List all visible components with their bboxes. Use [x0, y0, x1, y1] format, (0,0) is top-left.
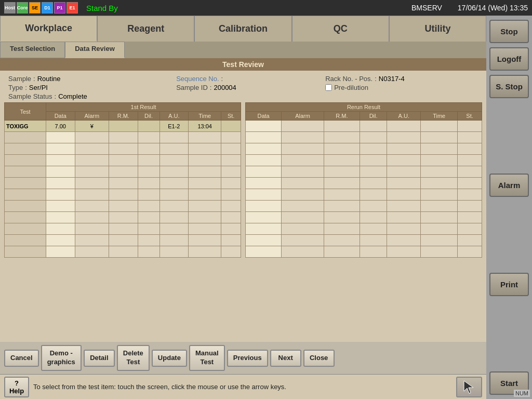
print-button[interactable]: Print: [489, 273, 529, 296]
table-row[interactable]: [5, 189, 241, 201]
table-row[interactable]: [5, 143, 241, 155]
cell-dil: [138, 235, 159, 246]
subtab-data-review[interactable]: Data Review: [65, 42, 125, 58]
cell-rm: [109, 121, 138, 132]
rcell-alarm: [282, 155, 324, 166]
table-row[interactable]: [5, 201, 241, 212]
cell-st: [221, 212, 241, 223]
stop-button[interactable]: Stop: [489, 20, 529, 43]
cell-data: [46, 246, 75, 258]
cell-data: [46, 212, 75, 223]
cancel-button[interactable]: Cancel: [4, 350, 39, 367]
rcell-au: [387, 166, 421, 178]
col-alarm-1: Alarm: [75, 112, 109, 121]
table-row[interactable]: [5, 223, 241, 235]
table-row[interactable]: [5, 166, 241, 178]
cell-alarm: [75, 201, 109, 212]
s-stop-button[interactable]: S. Stop: [489, 75, 529, 98]
rack-value: N0317-4: [379, 75, 405, 83]
cell-data: [46, 235, 75, 246]
help-button[interactable]: ? Help: [4, 377, 29, 397]
rerun-table-row[interactable]: [246, 189, 482, 201]
logoff-button[interactable]: Logoff: [489, 47, 529, 71]
rerun-table-row[interactable]: [246, 166, 482, 178]
rcell-data: [246, 223, 282, 235]
rerun-table-row[interactable]: [246, 121, 482, 132]
cell-dil: [138, 132, 159, 143]
cell-rm: [109, 235, 138, 246]
rcell-au: [387, 132, 421, 143]
rcell-st: [458, 155, 482, 166]
rack-label: Rack No. - Pos.: [325, 75, 373, 83]
predilution-checkbox[interactable]: [325, 84, 332, 91]
tab-utility[interactable]: Utility: [389, 16, 486, 42]
rerun-table-row[interactable]: [246, 246, 482, 258]
rcell-data: [246, 143, 282, 155]
sample-value: Routine: [37, 75, 61, 83]
cell-rm: [109, 143, 138, 155]
demographics-button[interactable]: Demo - graphics: [41, 345, 82, 371]
update-button[interactable]: Update: [152, 350, 187, 367]
cell-st: [221, 201, 241, 212]
rcell-time: [421, 166, 458, 178]
cell-au: [159, 223, 189, 235]
alarm-button[interactable]: Alarm: [489, 174, 529, 197]
cell-dil: [138, 178, 159, 189]
previous-button[interactable]: Previous: [227, 350, 268, 367]
detail-button[interactable]: Detail: [84, 350, 115, 367]
cell-au: E1-2: [159, 121, 189, 132]
first-result-header: 1st Result: [46, 103, 241, 112]
tab-workplace[interactable]: Workplace: [0, 16, 97, 42]
cell-au: [159, 235, 189, 246]
rcell-time: [421, 223, 458, 235]
table-row[interactable]: TOXIGG 7.00 ¥ E1-2 13:04: [5, 121, 241, 132]
rcell-time: [421, 201, 458, 212]
table-row[interactable]: [5, 132, 241, 143]
subtab-test-selection[interactable]: Test Selection: [0, 42, 65, 58]
rcell-st: [458, 223, 482, 235]
rerun-table-row[interactable]: [246, 212, 482, 223]
tab-qc[interactable]: QC: [292, 16, 389, 42]
rcell-alarm: [282, 223, 324, 235]
rcell-time: [421, 143, 458, 155]
col-alarm-r: Alarm: [282, 112, 324, 121]
rcell-rm: [324, 246, 360, 258]
col-au-1: A.U.: [159, 112, 189, 121]
table-row[interactable]: [5, 212, 241, 223]
sampleid-label: Sample ID: [176, 84, 208, 91]
rerun-table-row[interactable]: [246, 178, 482, 189]
rcell-dil: [360, 223, 387, 235]
tab-reagent[interactable]: Reagent: [97, 16, 194, 42]
table-row[interactable]: [5, 178, 241, 189]
rcell-time: [421, 132, 458, 143]
rcell-st: [458, 132, 482, 143]
table-row[interactable]: [5, 155, 241, 166]
cell-rm: [109, 132, 138, 143]
icon-core: Core: [17, 2, 28, 14]
delete-test-button[interactable]: Delete Test: [117, 345, 150, 371]
manual-test-button[interactable]: Manual Test: [189, 345, 225, 371]
main-container: Workplace Reagent Calibration QC Utility…: [0, 16, 532, 399]
rcell-data: [246, 212, 282, 223]
cell-au: [159, 201, 189, 212]
next-button[interactable]: Next: [270, 350, 301, 367]
rcell-au: [387, 212, 421, 223]
rerun-table-row[interactable]: [246, 155, 482, 166]
rcell-alarm: [282, 166, 324, 178]
cell-st: [221, 166, 241, 178]
rerun-table-row[interactable]: [246, 132, 482, 143]
rcell-dil: [360, 121, 387, 132]
rerun-table-row[interactable]: [246, 223, 482, 235]
rcell-data: [246, 121, 282, 132]
rerun-table-row[interactable]: [246, 143, 482, 155]
close-button[interactable]: Close: [303, 350, 335, 367]
cell-st: [221, 223, 241, 235]
tab-calibration[interactable]: Calibration: [194, 16, 291, 42]
col-rm-1: R.M.: [109, 112, 138, 121]
cell-dil: [138, 223, 159, 235]
table-row[interactable]: [5, 235, 241, 246]
rerun-table-row[interactable]: [246, 201, 482, 212]
cell-au: [159, 246, 189, 258]
rerun-table-row[interactable]: [246, 235, 482, 246]
table-row[interactable]: [5, 246, 241, 258]
